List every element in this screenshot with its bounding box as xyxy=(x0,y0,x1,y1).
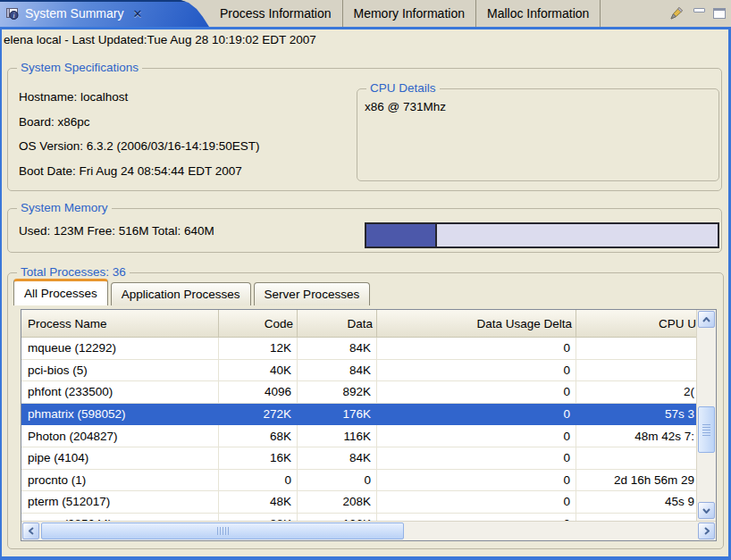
maximize-button[interactable] xyxy=(713,8,726,19)
scroll-right-button[interactable] xyxy=(698,522,715,539)
tab-all-processes[interactable]: All Processes xyxy=(13,279,108,305)
vertical-scrollbar[interactable] xyxy=(696,310,716,521)
cell-code: 68K xyxy=(219,425,298,447)
system-memory-group: System Memory Used: 123M Free: 516M Tota… xyxy=(7,208,722,253)
cell-data: 0 xyxy=(298,470,377,491)
cell-process-name: procnto (1) xyxy=(21,470,219,491)
cell-delta: 0 xyxy=(377,514,576,521)
table-row-selected[interactable]: phmatrix (598052) 272K 176K 0 57s 3 xyxy=(21,404,696,426)
cell-process-name: phmatrix (598052) xyxy=(21,404,219,425)
tab-system-summary[interactable]: i System Summary ✕ xyxy=(0,0,209,27)
cell-cpu: 45s 9 xyxy=(576,491,696,513)
tab-label: System Summary xyxy=(25,6,123,21)
cell-cpu: 2d 16h 56m 29 xyxy=(576,470,696,491)
board-field: Board: x86pc xyxy=(19,115,90,129)
cell-delta: 0 xyxy=(377,491,576,513)
cell-delta: 0 xyxy=(377,338,576,359)
column-header-data-usage-delta[interactable]: Data Usage Delta xyxy=(377,310,576,337)
cell-data: 84K xyxy=(298,360,377,381)
minimize-button[interactable] xyxy=(693,8,705,13)
table-row[interactable]: mqueue (12292) 12K 84K 0 xyxy=(21,338,696,360)
cell-process-name: pterm (512017) xyxy=(21,491,219,513)
scroll-up-button[interactable] xyxy=(698,311,715,328)
cell-cpu xyxy=(576,447,696,469)
tab-server-processes[interactable]: Server Processes xyxy=(254,282,371,305)
memory-summary-text: Used: 123M Free: 516M Total: 640M xyxy=(19,224,214,238)
system-summary-view: i System Summary ✕ Process Information M… xyxy=(0,0,731,560)
column-header-cpu-usage[interactable]: CPU U xyxy=(576,310,696,337)
scroll-down-button[interactable] xyxy=(698,502,715,519)
cell-cpu xyxy=(576,338,696,359)
cell-code: 12K xyxy=(219,338,298,359)
process-tab-folder: All Processes Application Processes Serv… xyxy=(13,279,373,305)
column-header-code[interactable]: Code xyxy=(219,310,298,337)
table-row[interactable]: pci-bios (5) 40K 84K 0 xyxy=(21,360,696,382)
boot-date-field: Boot Date: Fri Aug 24 08:54:44 EDT 2007 xyxy=(19,164,242,178)
tab-malloc-information[interactable]: Malloc Information xyxy=(476,0,601,27)
system-specifications-group: System Specifications Hostname: localhos… xyxy=(7,68,722,191)
cell-process-name: pipe (4104) xyxy=(21,447,219,469)
close-icon[interactable]: ✕ xyxy=(132,7,142,21)
os-version-field: OS Version: 6.3.2 (2006/03/16-14:19:50ES… xyxy=(19,139,259,153)
system-info-icon: i xyxy=(5,6,20,21)
horizontal-scrollbar[interactable] xyxy=(21,521,716,540)
table-header: Process Name Code Data Data Usage Delta … xyxy=(21,310,696,338)
table-body: mqueue (12292) 12K 84K 0 pci-bios (5) 40… xyxy=(21,338,696,521)
svg-text:i: i xyxy=(13,12,14,20)
chevron-right-icon xyxy=(704,527,710,535)
thumb-grip xyxy=(217,527,229,535)
cell-delta: 0 xyxy=(377,447,576,469)
cell-cpu: 57s 3 xyxy=(576,404,696,425)
view-border-left xyxy=(0,27,2,560)
total-processes-group: Total Processes: 36 All Processes Applic… xyxy=(7,272,724,549)
cell-process-name: phfont (233500) xyxy=(21,381,219,403)
column-header-process-name[interactable]: Process Name xyxy=(21,310,219,337)
chevron-left-icon xyxy=(29,527,34,535)
group-title: CPU Details xyxy=(366,81,440,95)
hostname-field: Hostname: localhost xyxy=(19,90,128,104)
chevron-up-icon xyxy=(702,317,710,322)
cell-code: 40K xyxy=(219,360,298,381)
group-title: Total Processes: 36 xyxy=(17,265,130,279)
column-header-data[interactable]: Data xyxy=(298,310,377,337)
scroll-left-button[interactable] xyxy=(22,522,39,539)
cell-data: 136K xyxy=(298,514,377,521)
tab-process-information[interactable]: Process Information xyxy=(209,0,343,27)
table-row[interactable]: Photon (204827) 68K 116K 0 48m 42s 7: xyxy=(21,425,696,447)
cell-code: 272K xyxy=(219,404,298,425)
cell-code: 4096 xyxy=(219,381,298,403)
cell-data: 116K xyxy=(298,425,377,447)
target-status-line: elena local - Last Updated:Tue Aug 28 10… xyxy=(2,29,728,49)
cell-cpu xyxy=(576,360,696,381)
cell-code: 16K xyxy=(219,447,298,469)
cell-data: 176K xyxy=(298,404,377,425)
cell-process-name: pci-bios (5) xyxy=(21,360,219,381)
process-table: Process Name Code Data Data Usage Delta … xyxy=(21,309,717,541)
view-border-bottom xyxy=(0,556,731,560)
tab-memory-information[interactable]: Memory Information xyxy=(343,0,476,27)
thumb-grip xyxy=(702,424,710,436)
view-tabbar: i System Summary ✕ Process Information M… xyxy=(0,0,731,27)
cell-cpu: 48m 42s 7: xyxy=(576,425,696,447)
group-title: System Memory xyxy=(17,201,112,214)
table-row[interactable]: pterm (512017) 48K 208K 0 45s 9 xyxy=(21,491,696,514)
table-row-partial[interactable]: qconn (985044) 88K 136K 0 xyxy=(21,514,696,521)
cell-data: 208K xyxy=(298,491,377,513)
cell-data: 84K xyxy=(298,338,377,359)
horizontal-scroll-thumb[interactable] xyxy=(41,522,404,539)
cell-process-name: mqueue (12292) xyxy=(21,338,219,359)
table-row[interactable]: pipe (4104) 16K 84K 0 xyxy=(21,447,696,470)
vertical-scroll-thumb[interactable] xyxy=(698,406,715,453)
table-row[interactable]: phfont (233500) 4096 892K 0 2( xyxy=(21,381,696,404)
log-pen-button[interactable] xyxy=(668,4,685,22)
cell-code: 0 xyxy=(219,470,298,491)
cpu-field: x86 @ 731Mhz xyxy=(365,100,446,113)
memory-used-fill xyxy=(366,224,437,247)
cell-delta: 0 xyxy=(377,425,576,447)
view-toolbar xyxy=(668,0,726,27)
cell-delta: 0 xyxy=(377,404,576,425)
cell-delta: 0 xyxy=(377,470,576,491)
table-row[interactable]: procnto (1) 0 0 0 2d 16h 56m 29 xyxy=(21,470,696,492)
tab-application-processes[interactable]: Application Processes xyxy=(111,282,251,305)
inactive-view-tabs: Process Information Memory Information M… xyxy=(209,0,601,27)
